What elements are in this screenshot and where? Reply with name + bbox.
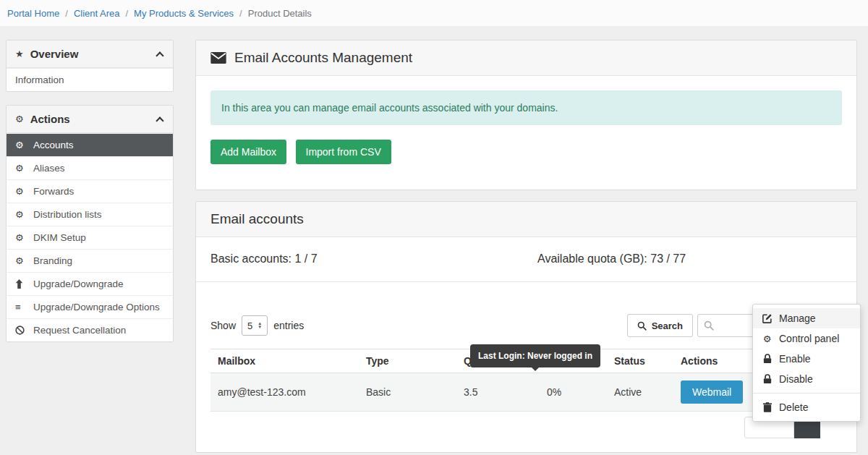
breadcrumb-separator: / — [125, 8, 128, 19]
breadcrumb-separator: / — [239, 8, 242, 19]
gear-icon: ⚙ — [762, 334, 773, 344]
sidebar-item-label: Aliases — [33, 163, 65, 174]
button-row: Add Mailbox Import from CSV — [210, 140, 842, 164]
actions-panel-title: Actions — [30, 113, 150, 125]
cell-type: Basic — [359, 373, 456, 412]
import-from-csv-button[interactable]: Import from CSV — [296, 140, 391, 164]
overview-panel-title: Overview — [30, 48, 150, 60]
sidebar-item-request-cancellation[interactable]: Request Cancellation — [7, 318, 173, 341]
entries-select-value: 5 — [247, 320, 252, 331]
available-quota-stat: Available quota (GB): 73 / 77 — [537, 252, 686, 265]
dropdown-item-label: Disable — [779, 373, 813, 385]
cell-status: Active — [607, 373, 673, 412]
breadcrumb-link-portal-home[interactable]: Portal Home — [7, 8, 59, 19]
column-header-mailbox: Mailbox — [210, 349, 359, 373]
chevron-up-icon — [156, 51, 163, 59]
sidebar-item-dkim-setup[interactable]: ⚙ DKIM Setup — [7, 226, 173, 249]
section-title: Email accounts — [210, 211, 304, 227]
column-header-type: Type — [359, 349, 456, 373]
search-icon — [637, 321, 647, 331]
overview-panel: ★ Overview Information — [6, 40, 174, 92]
stats-row: Basic accounts: 1 / 7 Available quota (G… — [196, 237, 856, 282]
sidebar-item-upgrade-downgrade-options[interactable]: ≡ Upgrade/Downgrade Options — [7, 295, 173, 318]
dropdown-divider — [753, 393, 860, 394]
sidebar-item-label: Request Cancellation — [33, 325, 126, 336]
envelope-icon — [210, 52, 226, 64]
cogs-icon: ⚙ — [15, 210, 27, 219]
cogs-icon: ⚙ — [15, 187, 27, 196]
list-icon: ≡ — [15, 302, 27, 312]
sidebar: ★ Overview Information ⚙ Actions ⚙ Accou… — [6, 40, 174, 355]
edit-icon — [762, 313, 773, 323]
sidebar-item-upgrade-downgrade[interactable]: Upgrade/Downgrade — [7, 272, 173, 295]
tooltip: Last Login: Never logged in — [470, 344, 600, 367]
select-caret-icon: ▲▼ — [258, 322, 262, 329]
dropdown-item-control-panel[interactable]: ⚙ Control panel — [753, 328, 860, 349]
arrow-up-icon — [15, 279, 27, 289]
column-header-status: Status — [607, 349, 673, 373]
sidebar-item-label: Forwards — [33, 186, 74, 197]
dropdown-item-delete[interactable]: Delete — [753, 397, 860, 417]
dropdown-item-disable[interactable]: Disable — [753, 369, 860, 389]
trash-icon — [762, 402, 773, 412]
sidebar-item-label: Upgrade/Downgrade Options — [33, 302, 160, 312]
sidebar-item-label: Upgrade/Downgrade — [33, 278, 124, 289]
sidebar-item-accounts[interactable]: ⚙ Accounts — [7, 133, 173, 156]
cell-mailbox: amy@test-123.com — [210, 373, 359, 412]
add-mailbox-button[interactable]: Add Mailbox — [210, 140, 286, 164]
dropdown-item-manage[interactable]: Manage — [753, 308, 860, 328]
search-button[interactable]: Search — [627, 314, 693, 337]
entries-select[interactable]: 5 ▲▼ — [242, 315, 268, 336]
cogs-icon: ⚙ — [15, 140, 27, 150]
sidebar-item-label: Distribution lists — [33, 209, 102, 220]
show-label: Show — [210, 320, 236, 331]
sidebar-item-label: Accounts — [33, 140, 74, 150]
webmail-button[interactable]: Webmail — [681, 380, 743, 404]
sidebar-item-label: Information — [15, 75, 64, 85]
breadcrumb-link-client-area[interactable]: Client Area — [74, 8, 120, 19]
sidebar-item-forwards[interactable]: ⚙ Forwards — [7, 179, 173, 203]
search-button-label: Search — [652, 320, 683, 331]
dropdown-item-label: Enable — [779, 353, 811, 365]
dropdown-item-label: Control panel — [779, 333, 839, 344]
cell-usage: 0% — [540, 373, 607, 412]
gear-icon: ⚙ — [15, 114, 24, 124]
sidebar-item-label: DKIM Setup — [33, 232, 86, 243]
entries-label: entries — [273, 320, 304, 331]
email-management-card: Email Accounts Management In this area y… — [195, 40, 857, 190]
chevron-up-icon — [156, 116, 163, 124]
info-alert: In this area you can manage email accoun… — [210, 90, 842, 125]
cogs-icon: ⚙ — [15, 256, 27, 265]
table-controls: Show 5 ▲▼ entries — [210, 314, 842, 337]
ban-icon — [15, 326, 27, 335]
breadcrumb-current: Product Details — [248, 8, 312, 19]
dropdown-item-enable[interactable]: Enable — [753, 349, 860, 369]
sidebar-item-information[interactable]: Information — [7, 68, 173, 91]
star-icon: ★ — [15, 49, 24, 59]
actions-panel: ⚙ Actions ⚙ Accounts ⚙ Aliases ⚙ Forward… — [6, 105, 174, 342]
actions-dropdown-menu: Manage ⚙ Control panel Enable Disable De… — [752, 304, 861, 422]
dropdown-item-label: Manage — [779, 312, 816, 324]
page: Portal Home / Client Area / My Products … — [0, 0, 868, 455]
cogs-icon: ⚙ — [15, 233, 27, 242]
breadcrumb: Portal Home / Client Area / My Products … — [0, 0, 868, 26]
actions-panel-header[interactable]: ⚙ Actions — [7, 106, 173, 133]
overview-panel-header[interactable]: ★ Overview — [7, 41, 173, 68]
show-entries-control: Show 5 ▲▼ entries — [210, 315, 304, 336]
breadcrumb-link-my-products[interactable]: My Products & Services — [134, 8, 234, 19]
lock-icon — [762, 374, 773, 384]
table-row: amy@test-123.com Basic 3.5 0% Active Web… — [210, 373, 842, 412]
sidebar-item-aliases[interactable]: ⚙ Aliases — [7, 156, 173, 179]
cell-quota: 3.5 — [456, 373, 540, 412]
sidebar-item-branding[interactable]: ⚙ Branding — [7, 249, 173, 272]
page-title: Email Accounts Management — [234, 50, 412, 66]
lock-icon — [762, 354, 773, 364]
sidebar-item-label: Branding — [33, 255, 72, 266]
card-body: In this area you can manage email accoun… — [196, 76, 856, 190]
dropdown-item-label: Delete — [779, 401, 808, 413]
basic-accounts-stat: Basic accounts: 1 / 7 — [210, 252, 318, 265]
card-header: Email Accounts Management — [196, 41, 856, 76]
sidebar-item-distribution-lists[interactable]: ⚙ Distribution lists — [7, 203, 173, 226]
cogs-icon: ⚙ — [15, 163, 27, 173]
breadcrumb-separator: / — [65, 8, 68, 19]
